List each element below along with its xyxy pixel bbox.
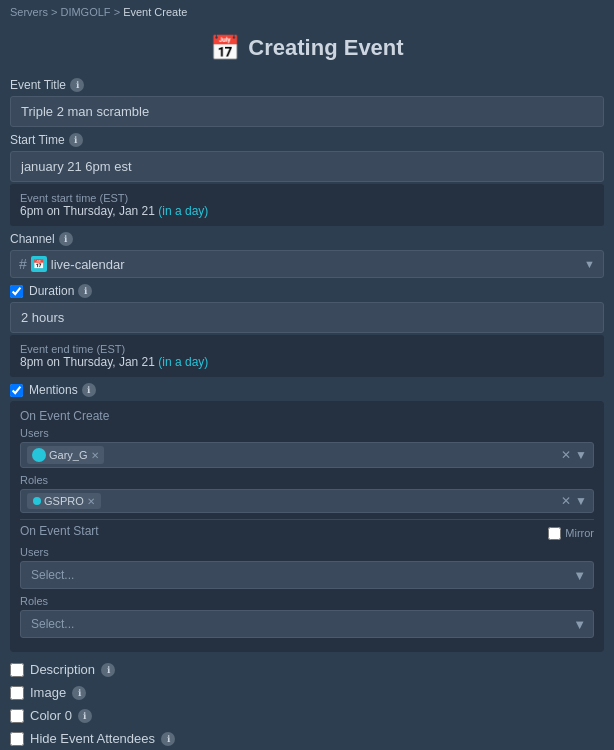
breadcrumb-current: Event Create xyxy=(123,6,187,18)
duration-input[interactable] xyxy=(10,302,604,333)
create-roles-input[interactable]: GSPRO ✕ ✕ ▼ xyxy=(20,489,594,513)
on-event-start-label: On Event Start xyxy=(20,524,99,538)
duration-header: Duration ℹ xyxy=(10,284,604,298)
image-checkbox[interactable] xyxy=(10,686,24,700)
on-event-create-header: On Event Create xyxy=(20,409,594,423)
calendar-icon: 📅 xyxy=(210,34,240,62)
breadcrumb-dimgolf[interactable]: DIMGOLF xyxy=(60,6,110,18)
create-roles-clear-btn[interactable]: ✕ xyxy=(561,494,571,508)
start-roles-label: Roles xyxy=(20,595,594,607)
gary-g-avatar xyxy=(32,448,46,462)
mentions-label: Mentions ℹ xyxy=(29,383,96,397)
channel-info-icon[interactable]: ℹ xyxy=(59,232,73,246)
description-section: Description ℹ xyxy=(10,658,604,681)
hide-attendees-label: Hide Event Attendees xyxy=(30,731,155,746)
mirror-text: Mirror xyxy=(565,527,594,539)
start-time-info-value: 6pm on Thursday, Jan 21 (in a day) xyxy=(20,204,594,218)
duration-info-box: Event end time (EST) 8pm on Thursday, Ja… xyxy=(10,335,604,377)
channel-name: live-calendar xyxy=(51,257,584,272)
breadcrumb-servers[interactable]: Servers xyxy=(10,6,48,18)
create-roles-dropdown-btn[interactable]: ▼ xyxy=(575,494,587,508)
channel-label: Channel ℹ xyxy=(10,232,604,246)
event-title-label: Event Title ℹ xyxy=(10,78,604,92)
duration-info-title: Event end time (EST) xyxy=(20,343,594,355)
color-section: Color 0 ℹ xyxy=(10,704,604,727)
gspro-dot xyxy=(33,497,41,505)
image-section: Image ℹ xyxy=(10,681,604,704)
mentions-section: On Event Create Users Gary_G ✕ ✕ ▼ Roles xyxy=(10,401,604,652)
gary-g-tag: Gary_G ✕ xyxy=(27,446,104,464)
hide-attendees-checkbox[interactable] xyxy=(10,732,24,746)
create-users-label: Users xyxy=(20,427,594,439)
gary-g-label: Gary_G xyxy=(49,449,88,461)
create-roles-controls: ✕ ▼ xyxy=(561,494,587,508)
hide-attendees-info-icon[interactable]: ℹ xyxy=(161,732,175,746)
mentions-header: Mentions ℹ xyxy=(10,383,604,397)
channel-select[interactable]: # 📅 live-calendar ▼ xyxy=(10,250,604,278)
color-label: Color 0 xyxy=(30,708,72,723)
mentions-info-icon[interactable]: ℹ xyxy=(82,383,96,397)
page-header: 📅 Creating Event xyxy=(0,24,614,78)
start-time-label: Start Time ℹ xyxy=(10,133,604,147)
start-users-label: Users xyxy=(20,546,594,558)
start-users-select-wrapper: Select... ▼ xyxy=(20,561,594,589)
duration-info-value: 8pm on Thursday, Jan 21 (in a day) xyxy=(20,355,594,369)
event-title-info-icon[interactable]: ℹ xyxy=(70,78,84,92)
create-users-clear-btn[interactable]: ✕ xyxy=(561,448,571,462)
event-title-group: Event Title ℹ xyxy=(10,78,604,127)
duration-group: Duration ℹ Event end time (EST) 8pm on T… xyxy=(10,284,604,377)
gspro-label: GSPRO xyxy=(44,495,84,507)
form-container: Event Title ℹ Start Time ℹ Event start t… xyxy=(0,78,614,750)
start-time-info-icon[interactable]: ℹ xyxy=(69,133,83,147)
mentions-checkbox[interactable] xyxy=(10,384,23,397)
description-label: Description xyxy=(30,662,95,677)
description-info-icon[interactable]: ℹ xyxy=(101,663,115,677)
color-info-icon[interactable]: ℹ xyxy=(78,709,92,723)
page-title: Creating Event xyxy=(248,35,403,61)
start-time-info-title: Event start time (EST) xyxy=(20,192,594,204)
mirror-label: Mirror xyxy=(548,527,594,540)
start-roles-select[interactable]: Select... xyxy=(20,610,594,638)
on-event-create-section: On Event Create Users Gary_G ✕ ✕ ▼ Roles xyxy=(20,409,594,513)
start-users-select[interactable]: Select... xyxy=(20,561,594,589)
channel-hash: # xyxy=(19,256,27,272)
create-roles-label: Roles xyxy=(20,474,594,486)
start-roles-select-wrapper: Select... ▼ xyxy=(20,610,594,638)
gspro-tag: GSPRO ✕ xyxy=(27,493,101,509)
start-time-group: Start Time ℹ Event start time (EST) 6pm … xyxy=(10,133,604,226)
color-checkbox[interactable] xyxy=(10,709,24,723)
image-label: Image xyxy=(30,685,66,700)
mentions-group: Mentions ℹ On Event Create Users Gary_G … xyxy=(10,383,604,652)
channel-dropdown-arrow-icon: ▼ xyxy=(584,258,595,270)
start-time-input[interactable] xyxy=(10,151,604,182)
hide-attendees-section: Hide Event Attendees ℹ xyxy=(10,727,604,750)
start-time-info-box: Event start time (EST) 6pm on Thursday, … xyxy=(10,184,604,226)
duration-info-icon[interactable]: ℹ xyxy=(78,284,92,298)
create-users-input[interactable]: Gary_G ✕ ✕ ▼ xyxy=(20,442,594,468)
gspro-remove-btn[interactable]: ✕ xyxy=(87,496,95,507)
mirror-checkbox[interactable] xyxy=(548,527,561,540)
channel-group: Channel ℹ # 📅 live-calendar ▼ xyxy=(10,232,604,278)
duration-checkbox[interactable] xyxy=(10,285,23,298)
event-title-input[interactable] xyxy=(10,96,604,127)
gary-g-remove-btn[interactable]: ✕ xyxy=(91,450,99,461)
mentions-divider xyxy=(20,519,594,520)
breadcrumb: Servers > DIMGOLF > Event Create xyxy=(0,0,614,24)
image-info-icon[interactable]: ℹ xyxy=(72,686,86,700)
on-event-start-section: On Event Start Mirror Users Select... ▼ … xyxy=(20,524,594,638)
duration-label: Duration ℹ xyxy=(29,284,92,298)
create-users-controls: ✕ ▼ xyxy=(561,448,587,462)
channel-calendar-icon: 📅 xyxy=(31,256,47,272)
description-checkbox[interactable] xyxy=(10,663,24,677)
create-users-dropdown-btn[interactable]: ▼ xyxy=(575,448,587,462)
on-event-start-header: On Event Start Mirror xyxy=(20,524,594,542)
